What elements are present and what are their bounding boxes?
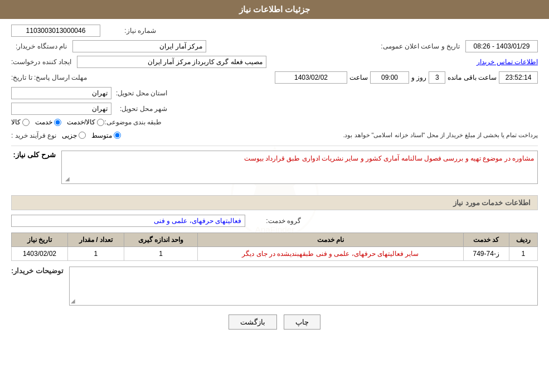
shomareNiaz-value: 1103003013000046 — [11, 25, 100, 37]
col-tedad: تعداد / مقدار — [67, 233, 124, 247]
sharh-text: مشاوره در موضوع تهیه و بررسی فصول سالنام… — [244, 154, 534, 162]
back-button[interactable]: بازگشت — [229, 314, 277, 330]
radio-kala-label: کالا — [11, 118, 21, 126]
mohlat-label: مهلت ارسال پاسخ: تا تاریخ: — [11, 74, 87, 81]
radio-khedmat[interactable]: خدمت — [35, 118, 61, 126]
mohlat-date-value: 1403/02/02 — [275, 71, 347, 84]
tabaghebandi-label: طبقه بندی موضوعی: — [104, 118, 162, 126]
sharh-section: مشاوره در موضوع تهیه و بررسی فصول سالنام… — [11, 151, 538, 190]
radio-motavasset-input[interactable] — [114, 132, 121, 139]
ijadKonande-label: ایجاد کننده درخواست: — [11, 58, 71, 66]
divider-1 — [11, 146, 538, 146]
cell-vahed: 1 — [124, 247, 197, 261]
buttons-row: چاپ بازگشت — [11, 314, 538, 330]
col-kod: کد خدمت — [463, 233, 509, 247]
ostan-row: استان محل تحویل: تهران — [11, 87, 538, 99]
farayand-note-part: پرداخت تمام یا بخشی از مبلغ خریدار از مح… — [343, 129, 538, 141]
shomareNiaz-label: شماره نیاز: — [100, 27, 156, 35]
radio-jazii-input[interactable] — [79, 132, 86, 139]
page-header: جزئیات اطلاعات نیاز — [0, 0, 549, 19]
gorohe-khedmat-value[interactable]: فعالیتهای حرفهای، علمی و فنی — [11, 215, 245, 227]
radio-motavasset-label: متوسط — [91, 132, 112, 139]
namDastgah-value: مرکز آمار ایران — [72, 40, 206, 52]
namDastgah-part: مرکز آمار ایران نام دستگاه خریدار: — [11, 40, 206, 52]
col-radif: ردیف — [509, 233, 537, 247]
shahr-label: شهر محل تحویل: — [111, 105, 167, 113]
radio-khedmat-label: خدمت — [35, 118, 52, 126]
content-area: شماره نیاز: 1103003013000046 1403/01/29 … — [0, 19, 549, 335]
mohlat-time-label: ساعت — [349, 74, 368, 81]
tarixElan-label: تاریخ و ساعت اعلان عمومی: — [381, 42, 460, 50]
farayand-note: پرداخت تمام یا بخشی از مبلغ خریدار از مح… — [343, 129, 538, 141]
cell-tedad: 1 — [67, 247, 124, 261]
buyer-notes-box: ◢ — [69, 267, 538, 306]
roz-label: روز و — [411, 74, 426, 81]
radio-kala-khedmat-input[interactable] — [97, 119, 104, 126]
tabaghebandi-row: طبقه بندی موضوعی: کالا/خدمت خدمت کالا — [11, 118, 538, 126]
radio-motavasset[interactable]: متوسط — [91, 132, 121, 139]
remaining-value: 23:52:14 — [499, 71, 538, 84]
gorohe-khedmat-label: گروه خدمت: — [245, 217, 301, 225]
radio-kala[interactable]: کالا — [11, 118, 30, 126]
radio-kala-khedmat-label: کالا/خدمت — [67, 118, 95, 126]
shomareNiaz-row: شماره نیاز: 1103003013000046 — [11, 25, 538, 37]
buyer-notes-section: ◢ توضیحات خریدار: — [11, 267, 538, 306]
farayand-label: نوع فرآیند خرید : — [11, 132, 56, 139]
tabaghebandi-radio-group: کالا/خدمت خدمت کالا — [11, 118, 104, 126]
sharh-label: شرح کلی نیاز: — [11, 151, 56, 159]
resize-handle[interactable]: ◢ — [63, 176, 70, 182]
roz-value: 3 — [429, 71, 445, 84]
print-button[interactable]: چاپ — [284, 314, 320, 330]
cell-radif: 1 — [509, 247, 537, 261]
ijadKonande-part: مصیب فعله گری کاربرداز مرکز آمار ایران ا… — [11, 56, 266, 68]
gorohe-khedmat-row: گروه خدمت: فعالیتهای حرفهای، علمی و فنی — [11, 215, 538, 227]
khadamat-section-title: اطلاعات خدمات مورد نیاز — [11, 195, 538, 210]
ijadKonande-value: مصیب فعله گری کاربرداز مرکز آمار ایران — [77, 56, 266, 68]
ostan-value: تهران — [11, 87, 111, 99]
cell-kod: ز-74-749 — [463, 247, 509, 261]
col-vahed: واحد اندازه گیری — [124, 233, 197, 247]
cell-name: سایر فعالیتهای حرفهای، علمی و فنی طبقهبن… — [198, 247, 463, 261]
page-wrapper: AnaFinder جزئیات اطلاعات نیاز شماره نیاز… — [0, 0, 549, 392]
mohlat-time-value: 09:00 — [370, 71, 409, 84]
shahr-value: تهران — [11, 103, 111, 115]
table-header-row: ردیف کد خدمت نام خدمت واحد اندازه گیری ت… — [12, 233, 538, 247]
services-table-section: ردیف کد خدمت نام خدمت واحد اندازه گیری ت… — [11, 233, 538, 261]
farayand-radio-group: متوسط جزیی — [62, 132, 121, 139]
ostan-label: استان محل تحویل: — [111, 89, 167, 97]
ittisalLink-part: اطلاعات تماس خریدار — [477, 58, 538, 66]
radio-jazii-label: جزیی — [62, 132, 77, 139]
dastgah-tarix-row: 1403/01/29 - 08:26 تاریخ و ساعت اعلان عم… — [11, 40, 538, 52]
shahr-row: شهر محل تحویل: تهران — [11, 103, 538, 115]
radio-kala-input[interactable] — [22, 119, 30, 126]
page-title: جزئیات اطلاعات نیاز — [239, 4, 310, 14]
buyer-notes-label: توضیحات خریدار: — [11, 267, 64, 275]
table-row: 1 ز-74-749 سایر فعالیتهای حرفهای، علمی و… — [12, 247, 538, 261]
remaining-time-part: 23:52:14 ساعت باقی مانده 3 روز و 09:00 س… — [275, 71, 538, 84]
remaining-label: ساعت باقی مانده — [448, 74, 497, 81]
sharh-box: مشاوره در موضوع تهیه و بررسی فصول سالنام… — [61, 151, 538, 184]
ijad-row: اطلاعات تماس خریدار مصیب فعله گری کاربرد… — [11, 56, 538, 68]
mohlat-row: 23:52:14 ساعت باقی مانده 3 روز و 09:00 س… — [11, 71, 538, 84]
radio-kala-khedmat[interactable]: کالا/خدمت — [67, 118, 104, 126]
namDastgah-label: نام دستگاه خریدار: — [11, 42, 67, 50]
ittisalKhoridbar-link[interactable]: اطلاعات تماس خریدار — [477, 58, 538, 66]
mohlat-label-part: مهلت ارسال پاسخ: تا تاریخ: — [11, 74, 89, 81]
notes-resize-handle[interactable]: ◢ — [71, 298, 75, 304]
farayand-row: پرداخت تمام یا بخشی از مبلغ خریدار از مح… — [11, 129, 538, 141]
col-name: نام خدمت — [198, 233, 463, 247]
radio-jazii[interactable]: جزیی — [62, 132, 86, 139]
farayand-radio-part: متوسط جزیی نوع فرآیند خرید : — [11, 132, 121, 139]
tarixElan-value: 1403/01/29 - 08:26 — [465, 40, 538, 52]
cell-tarix: 1403/02/02 — [12, 247, 68, 261]
col-tarix: تاریخ نیاز — [12, 233, 68, 247]
services-table: ردیف کد خدمت نام خدمت واحد اندازه گیری ت… — [11, 233, 538, 261]
radio-khedmat-input[interactable] — [54, 119, 61, 126]
tarix-elan-part: 1403/01/29 - 08:26 تاریخ و ساعت اعلان عم… — [381, 40, 538, 52]
